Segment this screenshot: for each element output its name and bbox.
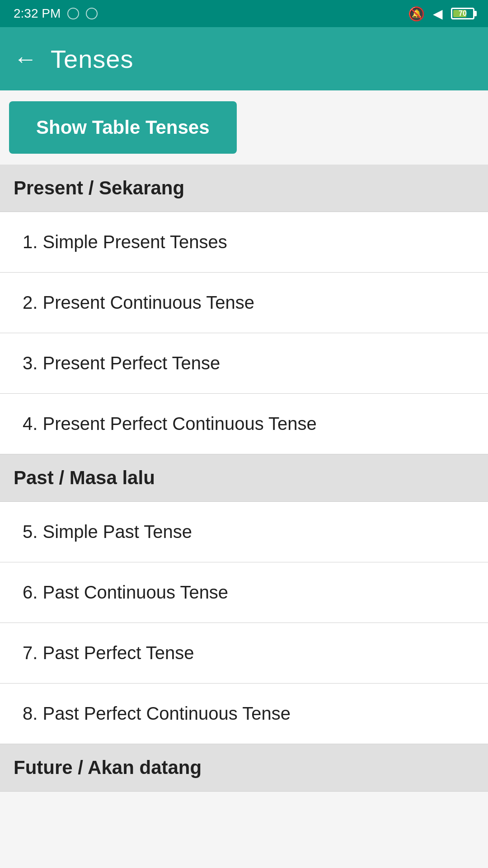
arrow-icon: ◀	[433, 6, 443, 21]
bell-mute-icon: 🔕	[408, 6, 425, 22]
toolbar: ← Tenses	[0, 27, 488, 90]
section-header-future: Future / Akan datang	[0, 744, 488, 792]
show-table-button-area: Show Table Tenses	[0, 90, 488, 165]
signal-icon	[67, 8, 79, 19]
wifi-icon	[86, 8, 98, 19]
list-item-past-1[interactable]: 6. Past Continuous Tense	[0, 562, 488, 623]
list-item-past-3[interactable]: 8. Past Perfect Continuous Tense	[0, 684, 488, 744]
status-right: 🔕 ◀ 70	[408, 6, 474, 22]
time-display: 2:32 PM	[14, 6, 61, 21]
list-item-present-3[interactable]: 4. Present Perfect Continuous Tense	[0, 394, 488, 454]
battery-icon: 70	[451, 8, 474, 19]
status-bar: 2:32 PM 🔕 ◀ 70	[0, 0, 488, 27]
battery-level: 70	[459, 9, 467, 18]
list-item-present-0[interactable]: 1. Simple Present Tenses	[0, 212, 488, 273]
status-left: 2:32 PM	[14, 6, 98, 21]
section-header-past: Past / Masa lalu	[0, 454, 488, 502]
show-table-tenses-button[interactable]: Show Table Tenses	[9, 101, 237, 154]
list-item-present-1[interactable]: 2. Present Continuous Tense	[0, 273, 488, 333]
section-header-present: Present / Sekarang	[0, 165, 488, 212]
page-title: Tenses	[51, 44, 133, 74]
back-button[interactable]: ←	[14, 47, 37, 71]
tenses-list: Present / Sekarang1. Simple Present Tens…	[0, 165, 488, 792]
list-item-past-2[interactable]: 7. Past Perfect Tense	[0, 623, 488, 684]
list-item-present-2[interactable]: 3. Present Perfect Tense	[0, 333, 488, 394]
list-item-past-0[interactable]: 5. Simple Past Tense	[0, 502, 488, 562]
